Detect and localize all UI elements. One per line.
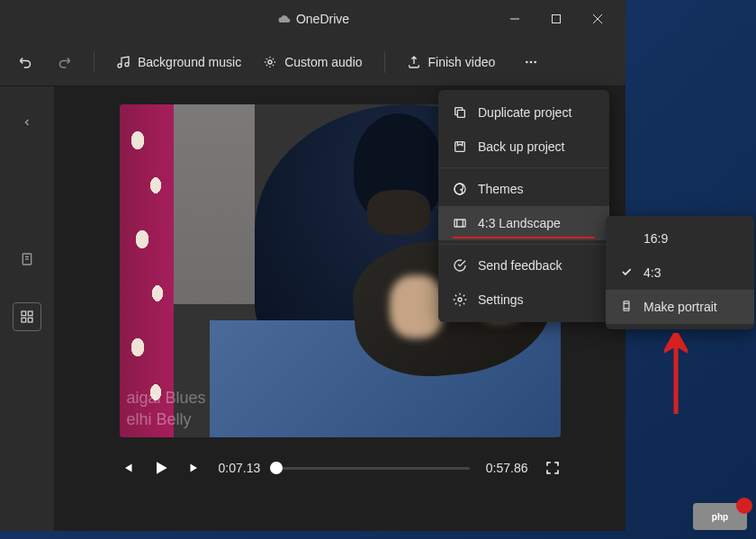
app-window: OneDrive Background music C [0, 0, 626, 531]
svg-rect-16 [455, 142, 465, 152]
more-options-button[interactable] [517, 51, 545, 73]
sidebar-back-button[interactable] [13, 108, 41, 137]
total-time: 0:57.86 [486, 461, 528, 475]
annotation-arrow [664, 333, 688, 414]
svg-rect-13 [22, 318, 26, 322]
custom-audio-button[interactable]: Custom audio [263, 55, 362, 69]
svg-rect-18 [454, 220, 465, 227]
fullscreen-button[interactable] [544, 460, 561, 476]
maximize-button[interactable] [536, 4, 577, 33]
check-icon [620, 265, 634, 280]
site-watermark: php [693, 503, 747, 530]
svg-rect-11 [22, 311, 26, 316]
submenu-item-portrait[interactable]: Make portrait [606, 290, 754, 324]
submenu-item-169[interactable]: 16:9 [606, 221, 754, 256]
window-title: OneDrive [133, 12, 494, 26]
more-options-menu: Duplicate project Back up project Themes… [438, 90, 609, 322]
svg-rect-1 [553, 15, 561, 23]
portrait-icon [620, 300, 634, 314]
background-music-button[interactable]: Background music [116, 55, 241, 69]
duplicate-icon [453, 105, 467, 120]
sidebar [0, 86, 54, 531]
svg-point-6 [530, 60, 533, 63]
settings-icon [453, 292, 467, 307]
menu-item-feedback[interactable]: Send feedback [438, 248, 609, 283]
export-icon [407, 55, 421, 69]
progress-thumb[interactable] [270, 462, 283, 474]
submenu-item-43[interactable]: 4:3 [606, 256, 754, 290]
svg-point-7 [535, 60, 537, 63]
svg-point-4 [268, 60, 272, 64]
svg-rect-20 [624, 301, 629, 311]
themes-icon [453, 182, 467, 196]
progress-bar[interactable] [276, 467, 470, 470]
backup-icon [453, 139, 467, 154]
play-button[interactable] [152, 459, 170, 477]
menu-item-duplicate[interactable]: Duplicate project [438, 95, 609, 130]
feedback-icon [453, 258, 467, 273]
audio-icon [263, 55, 277, 69]
redo-button[interactable] [56, 54, 72, 70]
menu-item-aspect-ratio[interactable]: 4:3 Landscape [438, 206, 609, 240]
close-button[interactable] [577, 4, 618, 33]
video-watermark: aigal Blues elhi Belly [127, 388, 206, 430]
next-frame-button[interactable] [186, 460, 202, 476]
svg-rect-15 [457, 110, 464, 117]
finish-video-button[interactable]: Finish video [407, 55, 496, 69]
undo-button[interactable] [18, 54, 34, 70]
toolbar: Background music Custom audio Finish vid… [0, 38, 626, 86]
prev-frame-button[interactable] [120, 460, 136, 476]
aspect-ratio-submenu: 16:9 4:3 Make portrait [606, 216, 754, 329]
svg-rect-14 [28, 318, 32, 322]
player-controls: 0:07.13 0:57.86 [120, 459, 561, 477]
music-icon [116, 55, 130, 69]
sidebar-document-button[interactable] [13, 245, 41, 274]
menu-item-settings[interactable]: Settings [438, 283, 609, 317]
menu-item-backup[interactable]: Back up project [438, 130, 609, 164]
svg-rect-12 [28, 311, 32, 316]
menu-item-themes[interactable]: Themes [438, 172, 609, 206]
titlebar: OneDrive [0, 0, 626, 38]
svg-point-5 [526, 60, 528, 63]
minimize-button[interactable] [494, 4, 536, 33]
svg-point-19 [458, 298, 462, 301]
sidebar-grid-button[interactable] [13, 302, 41, 331]
aspect-ratio-icon [453, 216, 467, 230]
current-time: 0:07.13 [219, 461, 261, 475]
cloud-icon [278, 13, 291, 25]
